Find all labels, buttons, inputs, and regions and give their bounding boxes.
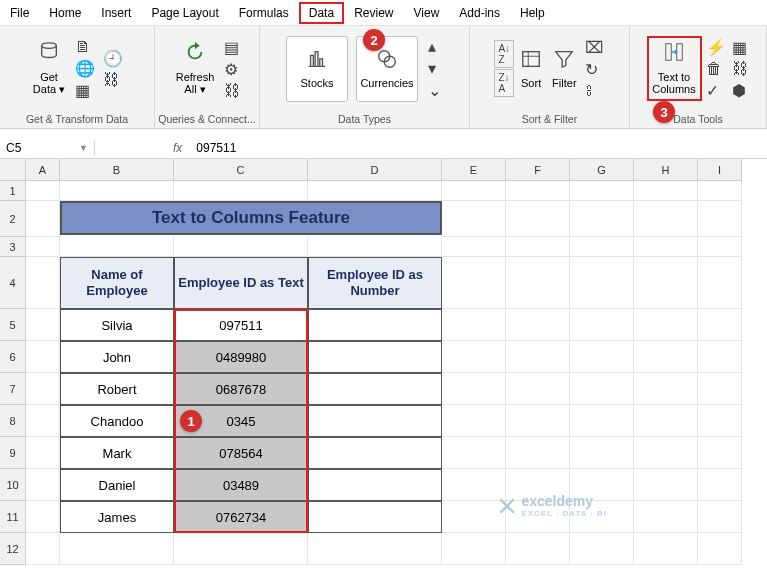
row-header-11[interactable]: 11	[0, 501, 26, 533]
row-header-8[interactable]: 8	[0, 405, 26, 437]
sort-za-icon[interactable]: Z↓A	[494, 69, 514, 97]
row-header-9[interactable]: 9	[0, 437, 26, 469]
menu-insert[interactable]: Insert	[91, 2, 141, 24]
menu-addins[interactable]: Add-ins	[449, 2, 510, 24]
cell-id-num[interactable]	[308, 405, 442, 437]
filter-button[interactable]: Filter	[548, 46, 580, 92]
menu-home[interactable]: Home	[39, 2, 91, 24]
col-header-E[interactable]: E	[442, 159, 506, 181]
col-header-G[interactable]: G	[570, 159, 634, 181]
queries-icon[interactable]: ▤	[222, 37, 242, 58]
stocks-button[interactable]: Stocks	[286, 36, 348, 102]
cell-id-text[interactable]: 078564	[174, 437, 308, 469]
cell-id-num[interactable]	[308, 373, 442, 405]
col-header-H[interactable]: H	[634, 159, 698, 181]
cell-id-text[interactable]: 0489980	[174, 341, 308, 373]
menu-page-layout[interactable]: Page Layout	[141, 2, 228, 24]
currencies-icon	[376, 48, 398, 75]
sort-icon	[520, 48, 542, 75]
row-header-2[interactable]: 2	[0, 201, 26, 237]
cell-id-num[interactable]	[308, 501, 442, 533]
menu-bar: File Home Insert Page Layout Formulas Da…	[0, 0, 767, 26]
select-all-corner[interactable]	[0, 159, 26, 181]
row-header-4[interactable]: 4	[0, 257, 26, 309]
flash-fill-icon[interactable]: ⚡	[704, 37, 728, 58]
cell-id-text[interactable]: 0687678	[174, 373, 308, 405]
cell-name[interactable]: Daniel	[60, 469, 174, 501]
col-header-id-num: Employee ID as Number	[308, 257, 442, 309]
sort-az-icon[interactable]: A↓Z	[494, 40, 514, 68]
cell-name[interactable]: John	[60, 341, 174, 373]
row-header-5[interactable]: 5	[0, 309, 26, 341]
cell-id-text[interactable]: 0762734	[174, 501, 308, 533]
cell-id-text[interactable]: 03489	[174, 469, 308, 501]
row-1	[26, 181, 767, 201]
filter-label: Filter	[552, 77, 576, 90]
edit-links-icon[interactable]: ⛓	[222, 81, 242, 101]
expand-icon[interactable]: ⌄	[426, 80, 443, 101]
col-header-C[interactable]: C	[174, 159, 308, 181]
refresh-all-button[interactable]: RefreshAll ▾	[172, 39, 219, 98]
cell-id-num[interactable]	[308, 469, 442, 501]
cell-name[interactable]: Robert	[60, 373, 174, 405]
cell-name[interactable]: Silvia	[60, 309, 174, 341]
existing-conn-icon[interactable]: ⛓	[101, 70, 125, 90]
row-header-12[interactable]: 12	[0, 533, 26, 565]
callout-2: 2	[363, 29, 385, 51]
name-box[interactable]: C5 ▼	[0, 141, 95, 155]
col-header-I[interactable]: I	[698, 159, 742, 181]
formula-input[interactable]: 097511	[190, 141, 767, 155]
from-web-icon[interactable]: 🌐	[73, 58, 97, 79]
relationships-icon[interactable]: ⛓	[730, 59, 750, 79]
properties-icon[interactable]: ⚙	[222, 59, 242, 80]
refresh-all-label: RefreshAll ▾	[176, 71, 215, 96]
advanced-icon[interactable]: ⩉	[583, 81, 605, 101]
menu-data[interactable]: Data	[299, 2, 344, 24]
cell-id-num[interactable]	[308, 341, 442, 373]
data-valid-icon[interactable]: ✓	[704, 80, 728, 101]
formula-bar: C5 ▼ fx 097511	[0, 137, 767, 159]
row-3	[26, 237, 767, 257]
consolidate-icon[interactable]: ▦	[730, 37, 750, 58]
cell-id-num[interactable]	[308, 309, 442, 341]
row-header-3[interactable]: 3	[0, 237, 26, 257]
cell-id-text[interactable]: 097511	[174, 309, 308, 341]
menu-view[interactable]: View	[404, 2, 450, 24]
fx-label[interactable]: fx	[165, 141, 190, 155]
recent-sources-icon[interactable]: 🕘	[101, 48, 125, 69]
row-header-10[interactable]: 10	[0, 469, 26, 501]
chevron-down-icon[interactable]: ▼	[79, 143, 88, 153]
table-title: Text to Columns Feature	[60, 201, 442, 235]
remove-dup-icon[interactable]: 🗑	[704, 59, 728, 79]
text-to-columns-icon	[663, 41, 685, 68]
clear-icon[interactable]: ⌧	[583, 37, 605, 58]
row-4: Name of Employee Employee ID as Text Emp…	[26, 257, 767, 309]
scroll-down-icon[interactable]: ▾	[426, 58, 443, 79]
scroll-up-icon[interactable]: ▴	[426, 36, 443, 57]
cell-id-num[interactable]	[308, 437, 442, 469]
stocks-icon	[306, 48, 328, 75]
cell-name[interactable]: James	[60, 501, 174, 533]
col-header-D[interactable]: D	[308, 159, 442, 181]
row-header-1[interactable]: 1	[0, 181, 26, 201]
col-header-F[interactable]: F	[506, 159, 570, 181]
table-row: John0489980	[26, 341, 767, 373]
sort-button[interactable]: Sort	[516, 46, 546, 92]
menu-file[interactable]: File	[0, 2, 39, 24]
text-to-columns-button[interactable]: Text toColumns	[647, 36, 702, 101]
col-header-A[interactable]: A	[26, 159, 60, 181]
reapply-icon[interactable]: ↻	[583, 59, 605, 80]
get-data-button[interactable]: GetData ▾	[29, 39, 69, 98]
cell-name[interactable]: Mark	[60, 437, 174, 469]
menu-formulas[interactable]: Formulas	[229, 2, 299, 24]
menu-review[interactable]: Review	[344, 2, 403, 24]
menu-help[interactable]: Help	[510, 2, 555, 24]
row-header-6[interactable]: 6	[0, 341, 26, 373]
cell-name[interactable]: Chandoo	[60, 405, 174, 437]
table-row: James0762734	[26, 501, 767, 533]
row-header-7[interactable]: 7	[0, 373, 26, 405]
from-text-icon[interactable]: 🗎	[73, 37, 97, 57]
col-header-B[interactable]: B	[60, 159, 174, 181]
from-table-icon[interactable]: ▦	[73, 80, 97, 101]
data-model-icon[interactable]: ⬢	[730, 80, 750, 101]
